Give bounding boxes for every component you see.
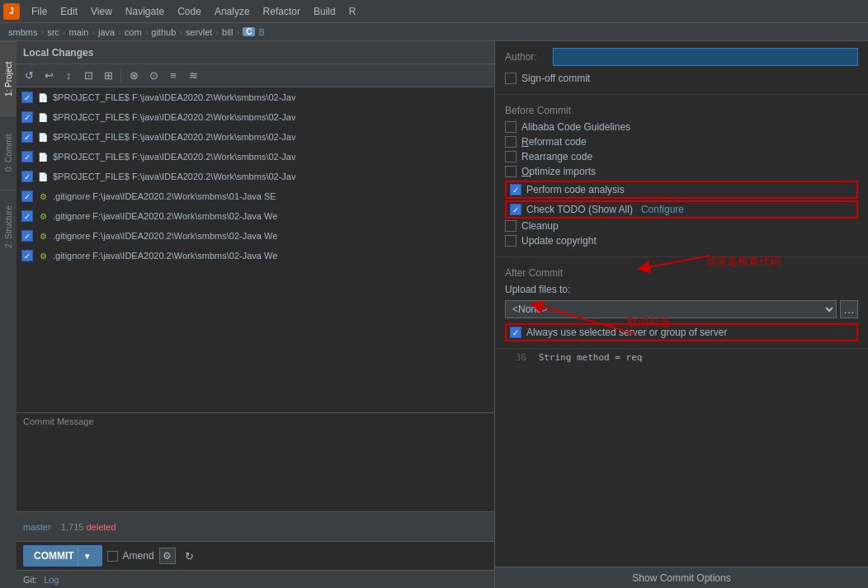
cleanup-checkbox[interactable] <box>505 220 517 232</box>
perform-analysis-label: Perform code analysis <box>526 184 625 195</box>
toolbar-filter[interactable]: ≋ <box>184 67 202 85</box>
alibaba-row: Alibaba Code Guidelines <box>505 121 858 133</box>
file-path: .gitignore F:\java\IDEA2020.2\Work\smbms… <box>53 231 277 241</box>
commit-dropdown-arrow[interactable]: ▼ <box>78 546 92 566</box>
panel-header: Local Changes <box>17 41 494 64</box>
upload-dropdown[interactable]: <None> <box>505 300 837 318</box>
file-path: .gitignore F:\java\IDEA2020.2\Work\smbms… <box>53 191 276 201</box>
file-item[interactable]: 📄 $PROJECT_FILE$ F:\java\IDEA2020.2\Work… <box>17 167 494 186</box>
menu-analyze[interactable]: Analyze <box>208 0 257 23</box>
file-checkbox[interactable] <box>21 210 33 222</box>
right-panel: Author: Sign-off commit Before Commit Al… <box>495 41 868 588</box>
file-path: $PROJECT_FILE$ F:\java\IDEA2020.2\Work\s… <box>53 172 295 181</box>
breadcrumb-part: smbms <box>8 27 37 37</box>
toolbar-list[interactable]: ≡ <box>164 67 182 85</box>
file-path: $PROJECT_FILE$ F:\java\IDEA2020.2\Work\s… <box>53 132 295 142</box>
sign-off-label: Sign-off commit <box>521 73 590 84</box>
toolbar-undo[interactable]: ↩ <box>40 67 58 85</box>
git-log-link[interactable]: Log <box>44 575 59 585</box>
check-todo-highlighted: Check TODO (Show All) Configure <box>505 200 858 219</box>
file-checkbox[interactable] <box>21 191 33 202</box>
breadcrumb-part: java <box>98 27 115 37</box>
always-use-checkbox[interactable] <box>510 327 521 338</box>
menu-build[interactable]: Build <box>307 0 342 23</box>
file-item[interactable]: ⚙ .gitignore F:\java\IDEA2020.2\Work\smb… <box>17 206 494 226</box>
file-item[interactable]: ⚙ .gitignore F:\java\IDEA2020.2\Work\smb… <box>17 186 494 206</box>
check-todo-row: Check TODO (Show All) Configure <box>510 204 853 215</box>
dots-button[interactable]: … <box>840 300 858 318</box>
update-copyright-checkbox[interactable] <box>505 235 517 247</box>
menu-code[interactable]: Code <box>171 0 208 23</box>
check-todo-checkbox[interactable] <box>510 204 521 215</box>
file-checkbox[interactable] <box>21 230 33 242</box>
reformat-checkbox[interactable] <box>505 136 517 148</box>
file-checkbox[interactable] <box>21 171 33 182</box>
side-tabs: 1: Project 0: Commit 2: Structure <box>0 41 17 588</box>
toolbar-separator <box>120 69 121 82</box>
menu-edit[interactable]: Edit <box>54 0 84 23</box>
file-item[interactable]: ⚙ .gitignore F:\java\IDEA2020.2\Work\smb… <box>17 226 494 246</box>
commit-button[interactable]: COMMIT ▼ <box>23 545 102 567</box>
sidebar-tab-structure[interactable]: 2: Structure <box>0 190 17 264</box>
file-checkbox[interactable] <box>21 111 33 123</box>
refresh-icon-btn[interactable]: ↻ <box>181 547 199 565</box>
check-todo-label: Check TODO (Show All) <box>526 204 633 215</box>
perform-analysis-row: Perform code analysis <box>510 184 853 195</box>
breadcrumb-part: main <box>68 27 88 37</box>
gear-icon-button[interactable]: ⚙ <box>159 548 176 564</box>
breadcrumb-part: bill <box>222 27 233 37</box>
alibaba-checkbox[interactable] <box>505 121 517 133</box>
amend-label: Amend <box>123 550 154 562</box>
menu-r[interactable]: R <box>342 0 363 23</box>
toolbar-diff[interactable]: ⊗ <box>125 67 143 85</box>
file-item[interactable]: 📄 $PROJECT_FILE$ F:\java\IDEA2020.2\Work… <box>17 147 494 167</box>
sign-off-row: Sign-off commit <box>505 73 858 84</box>
app-icon: J <box>3 3 20 20</box>
menu-view[interactable]: View <box>84 0 119 23</box>
breadcrumb-bar: smbms › src › main › java › com › github… <box>0 23 868 41</box>
file-item[interactable]: ⚙ .gitignore F:\java\IDEA2020.2\Work\smb… <box>17 246 494 266</box>
optimize-checkbox[interactable] <box>505 166 517 177</box>
always-use-label: Always use selected server or group of s… <box>526 327 727 338</box>
perform-analysis-highlighted: Perform code analysis <box>505 181 858 199</box>
main-layout: 1: Project 0: Commit 2: Structure Local … <box>0 41 868 588</box>
show-commit-options-bar[interactable]: Show Commit Options <box>495 567 868 588</box>
file-checkbox[interactable] <box>21 131 33 143</box>
commit-message-input[interactable] <box>17 428 494 511</box>
file-git-icon: ⚙ <box>36 229 50 242</box>
menu-file[interactable]: File <box>25 0 54 23</box>
branch-name: master <box>23 522 51 532</box>
perform-analysis-checkbox[interactable] <box>510 184 521 195</box>
author-input[interactable] <box>553 48 858 66</box>
rearrange-checkbox[interactable] <box>505 151 517 162</box>
file-item[interactable]: 📄 $PROJECT_FILE$ F:\java\IDEA2020.2\Work… <box>17 87 494 107</box>
menu-navigate[interactable]: Navigate <box>119 0 171 23</box>
menu-refactor[interactable]: Refactor <box>257 0 307 23</box>
menu-bar: J File Edit View Navigate Code Analyze R… <box>0 0 868 23</box>
file-project-icon: 📄 <box>36 170 50 183</box>
file-project-icon: 📄 <box>36 111 50 124</box>
show-options-label: Show Commit Options <box>632 572 730 584</box>
file-checkbox[interactable] <box>21 92 33 103</box>
file-checkbox[interactable] <box>21 250 33 261</box>
author-row: Author: <box>505 48 858 66</box>
toolbar-collapse[interactable]: ⊡ <box>79 67 97 85</box>
sidebar-tab-project[interactable]: 1: Project <box>0 41 17 115</box>
toolbar-view[interactable]: ⊙ <box>144 67 163 85</box>
file-list: 📄 $PROJECT_FILE$ F:\java\IDEA2020.2\Work… <box>17 87 494 412</box>
file-item[interactable]: 📄 $PROJECT_FILE$ F:\java\IDEA2020.2\Work… <box>17 107 494 127</box>
file-item[interactable]: 📄 $PROJECT_FILE$ F:\java\IDEA2020.2\Work… <box>17 127 494 147</box>
reformat-label: Reformat code <box>521 136 587 148</box>
optimize-row: Optimize imports <box>505 166 858 177</box>
toolbar-refresh[interactable]: ↺ <box>20 67 38 85</box>
configure-link[interactable]: Configure <box>641 204 684 215</box>
sign-off-checkbox[interactable] <box>505 73 517 84</box>
sidebar-tab-commit[interactable]: 0: Commit <box>0 115 17 190</box>
file-checkbox[interactable] <box>21 151 33 162</box>
toolbar-move[interactable]: ↕ <box>59 67 78 85</box>
alibaba-label: Alibaba Code Guidelines <box>521 121 630 133</box>
toolbar-expand[interactable]: ⊞ <box>99 67 117 85</box>
file-project-icon: 📄 <box>36 91 50 104</box>
amend-checkbox[interactable] <box>107 551 118 562</box>
bottom-actions: COMMIT ▼ Amend ⚙ ↻ <box>17 541 494 570</box>
